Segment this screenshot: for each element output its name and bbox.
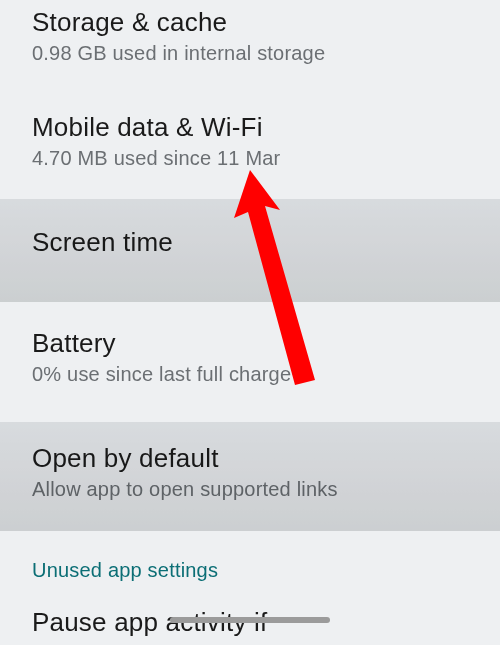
- row-mobile-data-wifi[interactable]: Mobile data & Wi-Fi 4.70 MB used since 1…: [0, 87, 500, 192]
- row-title: Mobile data & Wi-Fi: [32, 111, 468, 145]
- row-open-by-default[interactable]: Open by default Allow app to open suppor…: [0, 408, 500, 523]
- row-subtitle: 0% use since last full charge: [32, 363, 468, 386]
- row-screen-time[interactable]: Screen time: [0, 192, 500, 294]
- row-title: Battery: [32, 327, 468, 361]
- row-title: Open by default: [32, 442, 468, 476]
- row-storage-cache[interactable]: Storage & cache 0.98 GB used in internal…: [0, 0, 500, 87]
- row-battery[interactable]: Battery 0% use since last full charge: [0, 293, 500, 408]
- section-unused-app-settings: Unused app settings: [0, 523, 500, 600]
- row-subtitle: 0.98 GB used in internal storage: [32, 42, 468, 65]
- gesture-handle-icon: [170, 617, 330, 623]
- row-title: Storage & cache: [32, 6, 468, 40]
- row-subtitle: 4.70 MB used since 11 Mar: [32, 147, 468, 170]
- row-title: Screen time: [32, 226, 468, 260]
- settings-list: Storage & cache 0.98 GB used in internal…: [0, 0, 500, 640]
- row-subtitle: Allow app to open supported links: [32, 478, 468, 501]
